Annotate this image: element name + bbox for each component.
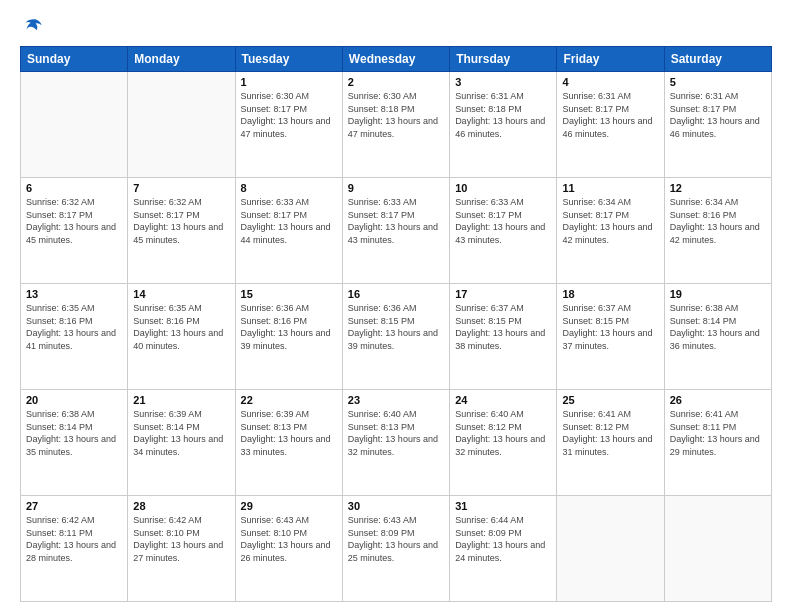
calendar-cell: 24Sunrise: 6:40 AM Sunset: 8:12 PM Dayli…: [450, 390, 557, 496]
week-row-1: 6Sunrise: 6:32 AM Sunset: 8:17 PM Daylig…: [21, 178, 772, 284]
week-row-4: 27Sunrise: 6:42 AM Sunset: 8:11 PM Dayli…: [21, 496, 772, 602]
calendar-cell: 1Sunrise: 6:30 AM Sunset: 8:17 PM Daylig…: [235, 72, 342, 178]
day-info: Sunrise: 6:42 AM Sunset: 8:11 PM Dayligh…: [26, 514, 122, 564]
calendar-cell: 20Sunrise: 6:38 AM Sunset: 8:14 PM Dayli…: [21, 390, 128, 496]
day-number: 13: [26, 288, 122, 300]
calendar-cell: 2Sunrise: 6:30 AM Sunset: 8:18 PM Daylig…: [342, 72, 449, 178]
week-row-3: 20Sunrise: 6:38 AM Sunset: 8:14 PM Dayli…: [21, 390, 772, 496]
calendar-cell: 12Sunrise: 6:34 AM Sunset: 8:16 PM Dayli…: [664, 178, 771, 284]
calendar-cell: 7Sunrise: 6:32 AM Sunset: 8:17 PM Daylig…: [128, 178, 235, 284]
day-info: Sunrise: 6:31 AM Sunset: 8:17 PM Dayligh…: [670, 90, 766, 140]
logo: [20, 16, 46, 36]
day-info: Sunrise: 6:36 AM Sunset: 8:15 PM Dayligh…: [348, 302, 444, 352]
day-info: Sunrise: 6:35 AM Sunset: 8:16 PM Dayligh…: [26, 302, 122, 352]
calendar-cell: 23Sunrise: 6:40 AM Sunset: 8:13 PM Dayli…: [342, 390, 449, 496]
calendar-cell: 10Sunrise: 6:33 AM Sunset: 8:17 PM Dayli…: [450, 178, 557, 284]
calendar-cell: [128, 72, 235, 178]
calendar-cell: 22Sunrise: 6:39 AM Sunset: 8:13 PM Dayli…: [235, 390, 342, 496]
day-info: Sunrise: 6:33 AM Sunset: 8:17 PM Dayligh…: [241, 196, 337, 246]
day-number: 14: [133, 288, 229, 300]
calendar-cell: 14Sunrise: 6:35 AM Sunset: 8:16 PM Dayli…: [128, 284, 235, 390]
day-number: 12: [670, 182, 766, 194]
calendar-cell: 31Sunrise: 6:44 AM Sunset: 8:09 PM Dayli…: [450, 496, 557, 602]
day-number: 28: [133, 500, 229, 512]
calendar-cell: 19Sunrise: 6:38 AM Sunset: 8:14 PM Dayli…: [664, 284, 771, 390]
day-info: Sunrise: 6:33 AM Sunset: 8:17 PM Dayligh…: [455, 196, 551, 246]
day-info: Sunrise: 6:31 AM Sunset: 8:18 PM Dayligh…: [455, 90, 551, 140]
day-number: 25: [562, 394, 658, 406]
day-number: 21: [133, 394, 229, 406]
calendar-cell: 4Sunrise: 6:31 AM Sunset: 8:17 PM Daylig…: [557, 72, 664, 178]
calendar-cell: 13Sunrise: 6:35 AM Sunset: 8:16 PM Dayli…: [21, 284, 128, 390]
day-number: 4: [562, 76, 658, 88]
calendar-cell: 29Sunrise: 6:43 AM Sunset: 8:10 PM Dayli…: [235, 496, 342, 602]
day-number: 5: [670, 76, 766, 88]
day-info: Sunrise: 6:38 AM Sunset: 8:14 PM Dayligh…: [26, 408, 122, 458]
weekday-header-sunday: Sunday: [21, 47, 128, 72]
calendar-cell: 26Sunrise: 6:41 AM Sunset: 8:11 PM Dayli…: [664, 390, 771, 496]
calendar-cell: 30Sunrise: 6:43 AM Sunset: 8:09 PM Dayli…: [342, 496, 449, 602]
calendar-cell: 25Sunrise: 6:41 AM Sunset: 8:12 PM Dayli…: [557, 390, 664, 496]
day-info: Sunrise: 6:43 AM Sunset: 8:10 PM Dayligh…: [241, 514, 337, 564]
calendar-table: SundayMondayTuesdayWednesdayThursdayFrid…: [20, 46, 772, 602]
header: [20, 16, 772, 36]
day-number: 15: [241, 288, 337, 300]
day-info: Sunrise: 6:30 AM Sunset: 8:18 PM Dayligh…: [348, 90, 444, 140]
weekday-header-friday: Friday: [557, 47, 664, 72]
day-info: Sunrise: 6:37 AM Sunset: 8:15 PM Dayligh…: [455, 302, 551, 352]
calendar-cell: 5Sunrise: 6:31 AM Sunset: 8:17 PM Daylig…: [664, 72, 771, 178]
day-number: 6: [26, 182, 122, 194]
calendar-cell: [664, 496, 771, 602]
weekday-header-tuesday: Tuesday: [235, 47, 342, 72]
day-number: 16: [348, 288, 444, 300]
calendar-cell: 8Sunrise: 6:33 AM Sunset: 8:17 PM Daylig…: [235, 178, 342, 284]
day-info: Sunrise: 6:41 AM Sunset: 8:12 PM Dayligh…: [562, 408, 658, 458]
day-number: 11: [562, 182, 658, 194]
day-info: Sunrise: 6:38 AM Sunset: 8:14 PM Dayligh…: [670, 302, 766, 352]
calendar-cell: [21, 72, 128, 178]
day-number: 29: [241, 500, 337, 512]
page: SundayMondayTuesdayWednesdayThursdayFrid…: [0, 0, 792, 612]
day-number: 3: [455, 76, 551, 88]
calendar-cell: 28Sunrise: 6:42 AM Sunset: 8:10 PM Dayli…: [128, 496, 235, 602]
day-number: 10: [455, 182, 551, 194]
day-info: Sunrise: 6:34 AM Sunset: 8:17 PM Dayligh…: [562, 196, 658, 246]
day-number: 23: [348, 394, 444, 406]
weekday-header-saturday: Saturday: [664, 47, 771, 72]
day-info: Sunrise: 6:40 AM Sunset: 8:13 PM Dayligh…: [348, 408, 444, 458]
day-info: Sunrise: 6:36 AM Sunset: 8:16 PM Dayligh…: [241, 302, 337, 352]
logo-bird-icon: [24, 16, 44, 36]
day-number: 18: [562, 288, 658, 300]
day-info: Sunrise: 6:34 AM Sunset: 8:16 PM Dayligh…: [670, 196, 766, 246]
calendar-cell: 18Sunrise: 6:37 AM Sunset: 8:15 PM Dayli…: [557, 284, 664, 390]
weekday-header-thursday: Thursday: [450, 47, 557, 72]
day-info: Sunrise: 6:39 AM Sunset: 8:14 PM Dayligh…: [133, 408, 229, 458]
day-info: Sunrise: 6:42 AM Sunset: 8:10 PM Dayligh…: [133, 514, 229, 564]
calendar-cell: 11Sunrise: 6:34 AM Sunset: 8:17 PM Dayli…: [557, 178, 664, 284]
day-number: 22: [241, 394, 337, 406]
day-info: Sunrise: 6:43 AM Sunset: 8:09 PM Dayligh…: [348, 514, 444, 564]
weekday-header-monday: Monday: [128, 47, 235, 72]
day-number: 26: [670, 394, 766, 406]
day-number: 2: [348, 76, 444, 88]
calendar-cell: 3Sunrise: 6:31 AM Sunset: 8:18 PM Daylig…: [450, 72, 557, 178]
calendar-cell: 17Sunrise: 6:37 AM Sunset: 8:15 PM Dayli…: [450, 284, 557, 390]
day-number: 24: [455, 394, 551, 406]
day-number: 7: [133, 182, 229, 194]
weekday-header-wednesday: Wednesday: [342, 47, 449, 72]
week-row-0: 1Sunrise: 6:30 AM Sunset: 8:17 PM Daylig…: [21, 72, 772, 178]
day-info: Sunrise: 6:32 AM Sunset: 8:17 PM Dayligh…: [133, 196, 229, 246]
day-info: Sunrise: 6:33 AM Sunset: 8:17 PM Dayligh…: [348, 196, 444, 246]
calendar-cell: 6Sunrise: 6:32 AM Sunset: 8:17 PM Daylig…: [21, 178, 128, 284]
day-number: 19: [670, 288, 766, 300]
calendar-cell: 9Sunrise: 6:33 AM Sunset: 8:17 PM Daylig…: [342, 178, 449, 284]
day-info: Sunrise: 6:31 AM Sunset: 8:17 PM Dayligh…: [562, 90, 658, 140]
calendar-cell: 27Sunrise: 6:42 AM Sunset: 8:11 PM Dayli…: [21, 496, 128, 602]
day-info: Sunrise: 6:41 AM Sunset: 8:11 PM Dayligh…: [670, 408, 766, 458]
day-number: 1: [241, 76, 337, 88]
day-info: Sunrise: 6:39 AM Sunset: 8:13 PM Dayligh…: [241, 408, 337, 458]
calendar-cell: 15Sunrise: 6:36 AM Sunset: 8:16 PM Dayli…: [235, 284, 342, 390]
day-info: Sunrise: 6:35 AM Sunset: 8:16 PM Dayligh…: [133, 302, 229, 352]
day-number: 31: [455, 500, 551, 512]
day-info: Sunrise: 6:30 AM Sunset: 8:17 PM Dayligh…: [241, 90, 337, 140]
